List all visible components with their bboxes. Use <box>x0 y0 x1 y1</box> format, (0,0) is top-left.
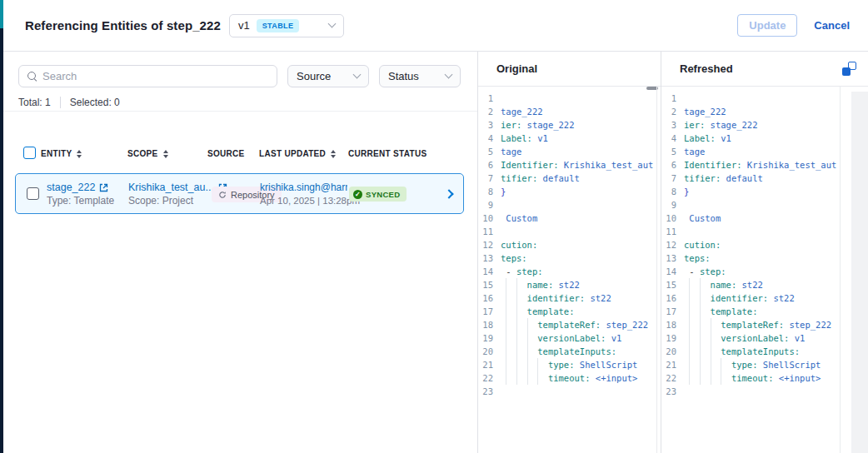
column-current-status: CURRENT STATUS <box>348 149 427 158</box>
cancel-button[interactable]: Cancel <box>814 19 850 32</box>
status-badge: ✓ SYNCED <box>349 187 407 202</box>
code-line: 22 timeout: <+input> <box>661 371 840 385</box>
line-number: 11 <box>661 225 684 238</box>
row-checkbox[interactable] <box>27 187 39 200</box>
line-number: 5 <box>478 145 501 158</box>
code-line: 3ier: stage_222 <box>478 118 656 132</box>
code-line: 6Identifier: Krishika_test_aut <box>478 158 656 172</box>
code-line: 21 type: ShellScript <box>478 358 656 371</box>
refreshed-title: Refreshed <box>680 62 733 75</box>
chevron-down-icon <box>353 71 362 79</box>
line-number: 15 <box>478 278 501 291</box>
code-line: 23 <box>661 385 840 398</box>
code-line: 3ier: stage_222 <box>661 118 840 132</box>
version-select[interactable]: v1 STABLE <box>229 14 344 37</box>
code-line: 20 templateInputs: <box>478 345 656 358</box>
line-number: 20 <box>478 345 501 358</box>
line-number: 10 <box>478 212 501 225</box>
external-link-icon[interactable] <box>99 183 108 192</box>
search-icon <box>27 72 37 81</box>
code-line: 17 template: <box>661 305 840 318</box>
line-number: 1 <box>478 92 501 105</box>
search-box[interactable] <box>18 65 277 87</box>
code-line: 1 <box>661 92 840 105</box>
sort-entity-icon[interactable] <box>77 150 82 158</box>
code-line: 19 versionLabel: v1 <box>478 331 656 345</box>
line-number: 6 <box>478 158 501 172</box>
updated-at: Apr 10, 2025 | 13:28pm <box>260 196 347 206</box>
code-line: 2tage_222 <box>661 105 840 118</box>
table-row[interactable]: stage_222 Type: Template Krishika_test_a… <box>15 173 464 214</box>
line-number: 6 <box>661 158 684 172</box>
check-icon: ✓ <box>353 190 362 199</box>
version-label: v1 <box>238 19 250 32</box>
code-line: 16 identifier: st22 <box>478 291 656 305</box>
code-line: 4Label: v1 <box>478 132 656 145</box>
sort-scope-icon[interactable] <box>163 150 168 158</box>
source-filter-label: Source <box>297 70 331 82</box>
code-line: 6Identifier: Krishika_test_aut <box>661 158 840 172</box>
code-line: 16 identifier: st22 <box>661 291 840 305</box>
line-number: 22 <box>661 371 684 385</box>
line-number: 10 <box>661 212 684 225</box>
code-line: 8} <box>661 185 840 198</box>
selected-count: Selected: 0 <box>70 97 120 108</box>
code-line: 5tage <box>478 145 656 158</box>
line-number: 15 <box>661 278 684 291</box>
search-input[interactable] <box>42 70 268 82</box>
code-line: 12cution: <box>661 238 840 251</box>
status-filter-dropdown[interactable]: Status <box>379 65 461 87</box>
line-number: 8 <box>661 185 684 198</box>
line-number: 23 <box>478 385 501 398</box>
line-number: 4 <box>661 132 684 145</box>
modal-header: Referencing Entities of step_222 v1 STAB… <box>3 0 868 52</box>
chevron-right-icon[interactable] <box>444 189 453 198</box>
updated-by-link[interactable]: krishika.singh@harnes... <box>260 182 347 193</box>
original-panel-header: Original <box>478 52 661 87</box>
code-line: 18 templateRef: step_222 <box>661 318 840 331</box>
copy-icon[interactable] <box>842 62 856 76</box>
code-line: 4Label: v1 <box>661 132 840 145</box>
code-line: 10 Custom <box>661 212 840 225</box>
original-title: Original <box>496 62 537 75</box>
code-line: 13teps: <box>478 251 656 265</box>
original-code[interactable]: 12tage_2223ier: stage_2224Label: v15tage… <box>478 87 657 453</box>
chevron-down-icon <box>328 20 337 28</box>
select-all-checkbox[interactable] <box>23 147 36 159</box>
line-number: 12 <box>478 238 501 251</box>
code-line: 7tifier: default <box>661 172 840 185</box>
line-number: 17 <box>661 305 684 318</box>
line-number: 18 <box>661 318 684 331</box>
line-number: 13 <box>661 251 684 265</box>
referencing-entities-section: Source Status Total: 1 Selected: 0 ENTIT… <box>3 52 477 453</box>
code-line: 9 <box>478 198 656 212</box>
entity-cell: stage_222 Type: Template <box>47 182 114 207</box>
scope-link[interactable]: Krishika_test_au... <box>128 182 214 193</box>
entity-link[interactable]: stage_222 <box>47 182 95 193</box>
code-line: 22 timeout: <+input> <box>478 371 656 385</box>
status-badge-label: SYNCED <box>366 190 400 199</box>
vertical-scrollbar[interactable] <box>851 92 868 453</box>
sort-last-updated-icon[interactable] <box>331 150 336 158</box>
column-source: SOURCE <box>207 149 245 158</box>
code-line: 12cution: <box>478 238 656 251</box>
code-line: 10 Custom <box>478 212 656 225</box>
chevron-down-icon <box>445 71 453 79</box>
refreshed-panel: Refreshed 12tage_2223ier: stage_2224Labe… <box>661 52 868 453</box>
line-number: 21 <box>661 358 684 371</box>
line-number: 14 <box>478 265 501 278</box>
update-button[interactable]: Update <box>737 14 797 37</box>
status-filter-label: Status <box>388 70 419 82</box>
line-number: 5 <box>661 145 684 158</box>
repository-icon <box>218 191 227 199</box>
line-number: 3 <box>478 118 501 132</box>
line-number: 7 <box>478 172 501 185</box>
code-line: 18 templateRef: step_222 <box>478 318 656 331</box>
refreshed-code[interactable]: 12tage_2223ier: stage_2224Label: v15tage… <box>661 87 841 453</box>
source-filter-dropdown[interactable]: Source <box>287 65 369 87</box>
total-count: Total: 1 <box>18 97 51 108</box>
code-line: 21 type: ShellScript <box>661 358 840 371</box>
stable-badge: STABLE <box>257 19 300 32</box>
line-number: 2 <box>661 105 684 118</box>
section-divider <box>3 111 477 112</box>
